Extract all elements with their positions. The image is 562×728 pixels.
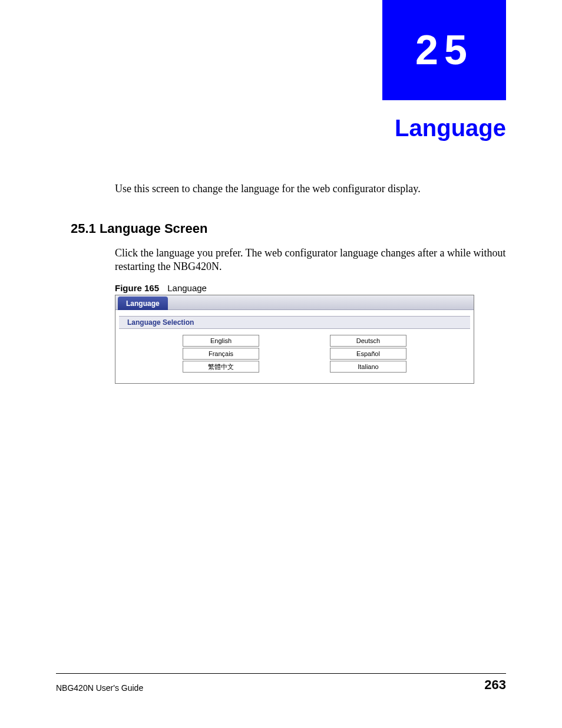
figure-label: Figure 165: [115, 283, 159, 293]
tab-language[interactable]: Language: [118, 297, 168, 310]
section-heading: 25.1 Language Screen: [71, 221, 207, 236]
figure-title: Language: [167, 283, 207, 293]
language-option-chinese[interactable]: 繁體中文: [183, 361, 259, 373]
figure-screenshot: Language Language Selection English Deut…: [115, 295, 474, 384]
page-footer: NBG420N User's Guide 263: [56, 673, 506, 693]
chapter-number-box: 25: [382, 0, 506, 100]
footer-guide-name: NBG420N User's Guide: [56, 683, 143, 693]
chapter-number: 25: [415, 27, 473, 74]
figure-caption: Figure 165 Language: [115, 283, 207, 293]
language-option-francais[interactable]: Français: [183, 348, 259, 360]
language-option-italiano[interactable]: Italiano: [330, 361, 406, 373]
intro-paragraph: Use this screen to change the language f…: [115, 183, 506, 195]
language-option-espanol[interactable]: Español: [330, 348, 406, 360]
tab-bar: Language: [115, 295, 474, 310]
language-selection-header: Language Selection: [119, 316, 470, 329]
page: 25 Language Use this screen to change th…: [0, 0, 562, 728]
chapter-title: Language: [395, 115, 506, 141]
language-option-deutsch[interactable]: Deutsch: [330, 335, 406, 347]
section-body: Click the language you prefer. The web c…: [115, 246, 506, 273]
language-grid: English Deutsch Français Español 繁體中文 It…: [183, 335, 406, 373]
footer-page-number: 263: [484, 677, 506, 693]
language-option-english[interactable]: English: [183, 335, 259, 347]
